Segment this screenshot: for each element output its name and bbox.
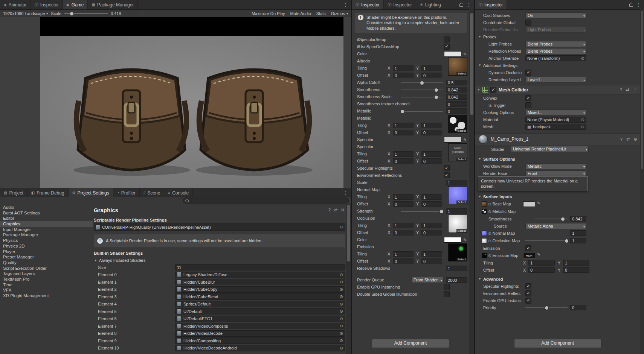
y-value-field[interactable]: 1 — [421, 223, 442, 228]
object-picker-icon[interactable]: ⊙ — [340, 309, 343, 314]
tab-inspector[interactable]: ⓘInspector — [31, 0, 63, 9]
toolbar-button-stats[interactable]: Stats — [316, 11, 326, 16]
object-picker-icon[interactable]: ⊙ — [340, 324, 343, 328]
object-picker-icon[interactable]: ⊙ — [340, 225, 343, 229]
search-input[interactable] — [183, 198, 349, 204]
shader-object-field[interactable]: Legacy Shaders/Diffuse⊙ — [175, 272, 345, 278]
object-picker-icon[interactable]: ⊙ — [581, 125, 584, 129]
settings-scrollbar[interactable] — [346, 204, 351, 354]
shader-object-field[interactable]: UI/Default⊙ — [175, 308, 345, 314]
x-value-field[interactable]: 1 — [393, 123, 414, 128]
checkbox-ifspecularsetup[interactable] — [444, 36, 450, 43]
objectfield-mesh[interactable]: ▦backpack⊙ — [525, 124, 586, 130]
sidebar-item-audio[interactable]: Audio — [0, 205, 93, 210]
sidebar-item-package-manager[interactable]: Package Manager — [0, 232, 93, 238]
y-value-field[interactable]: 0 — [421, 230, 442, 235]
y-value-field[interactable]: 1 — [421, 151, 442, 157]
select-button[interactable]: Select — [456, 258, 467, 261]
value-field[interactable]: 0.842 — [570, 216, 586, 222]
x-value-field[interactable]: 1 — [393, 65, 414, 71]
y-value-field[interactable]: 1 — [421, 194, 442, 200]
checkbox-specular-highlights[interactable]: ✓ — [444, 165, 450, 171]
tab-inspector[interactable]: ⓘInspector — [352, 0, 384, 9]
value-field[interactable]: 1 — [446, 180, 467, 185]
help-icon[interactable]: ? — [620, 88, 622, 92]
object-picker-icon[interactable]: ⊙ — [581, 56, 584, 61]
eyedropper-icon[interactable]: ✎ — [462, 238, 467, 242]
value-field[interactable]: 0.842 — [446, 94, 467, 100]
kebab-menu-icon[interactable]: ⋮ — [636, 2, 641, 8]
sidebar-item-script-execution-order[interactable]: Script Execution Order — [0, 266, 93, 271]
eyedropper-icon[interactable]: ✎ — [462, 52, 467, 56]
slider-smoothness[interactable] — [534, 216, 568, 222]
value-field[interactable]: 0 — [446, 101, 467, 107]
foldout-surface-options[interactable]: ▼Surface Options — [475, 155, 640, 163]
foldout-surface-inputs[interactable]: ▼Surface Inputs — [475, 193, 640, 200]
base-map-texture-thumb[interactable] — [482, 201, 487, 207]
sidebar-item-textmesh-pro[interactable]: TextMesh Pro — [0, 277, 93, 282]
y-value-field[interactable]: 0 — [563, 267, 589, 273]
value-field[interactable]: 2000 — [446, 277, 467, 283]
add-component-button[interactable]: Add Component — [514, 339, 601, 348]
x-value-field[interactable]: 0 — [393, 201, 414, 207]
checkbox-specular-highlights[interactable]: ✓ — [525, 283, 531, 289]
objectfield-material[interactable]: None (Physic Material)⊙ — [525, 117, 586, 123]
sidebar-item-xr-plugin-management[interactable]: XR Plugin Management — [0, 293, 93, 299]
kebab-menu-icon[interactable]: ⋮ — [343, 190, 348, 196]
checkbox-convex[interactable]: ✓ — [525, 95, 531, 101]
albedo-texture-thumb[interactable]: Select — [448, 58, 467, 76]
x-value-field[interactable]: 0 — [393, 258, 414, 264]
sidebar-item-quality[interactable]: Quality — [0, 260, 93, 266]
object-picker-icon[interactable]: ⊙ — [340, 302, 343, 307]
object-picker-icon[interactable]: ⊙ — [340, 338, 343, 343]
sidebar-item-editor[interactable]: Editor — [0, 216, 93, 221]
srp-asset-field[interactable]: CUniversalRP-HighQuality (UniversalRende… — [94, 223, 345, 231]
emission-texture-thumb[interactable]: Select — [448, 243, 467, 261]
select-button[interactable]: Select — [456, 72, 467, 75]
slider-priority[interactable] — [525, 305, 568, 310]
normal-map-texture-thumb[interactable]: Select — [448, 186, 467, 204]
color-swatch[interactable] — [444, 137, 461, 143]
shader-object-field[interactable]: UI/DefaultETC1⊙ — [175, 316, 345, 322]
lock-icon[interactable] — [459, 4, 463, 7]
hdr-color-field[interactable]: HDR — [523, 253, 535, 258]
color-swatch[interactable] — [444, 237, 461, 243]
y-value-field[interactable]: 0 — [421, 258, 442, 264]
sidebar-item-physics[interactable]: Physics — [0, 238, 93, 243]
dropdown-reflection-probes[interactable]: Blend Probes▾ — [525, 48, 586, 54]
gear-icon[interactable]: ⚙ — [341, 208, 345, 213]
eyedropper-icon[interactable]: ✎ — [462, 138, 467, 142]
material-header[interactable]: M_Camp_Props_1?⇄⚙ — [475, 133, 640, 145]
object-picker-icon[interactable]: ⊙ — [340, 272, 343, 277]
sidebar-item-vfx[interactable]: VFX — [0, 287, 93, 293]
dropdown-light-probes[interactable]: Blend Probes▾ — [525, 41, 586, 47]
tab-frame-debug[interactable]: ◧Frame Debug — [27, 188, 69, 198]
slider-thumb[interactable] — [561, 217, 565, 221]
shader-object-field[interactable]: Hidden/CubeCopy⊙ — [175, 286, 345, 293]
eyedropper-icon[interactable]: ✎ — [536, 201, 541, 205]
x-value-field[interactable]: 0 — [393, 73, 414, 78]
value-field[interactable]: 0.842 — [446, 87, 467, 93]
shader-dropdown[interactable]: Universal Render Pipeline/Lit▾ — [511, 146, 589, 152]
select-button[interactable]: Select — [456, 158, 467, 161]
tab-package-manager[interactable]: ▦Package Manager — [88, 0, 138, 9]
checkbox-enable-gpu-instanc[interactable]: ✓ — [525, 298, 531, 304]
x-value-field[interactable]: 1 — [528, 260, 555, 266]
scrollbar-thumb[interactable] — [347, 205, 350, 261]
shader-object-field[interactable]: Sprites/Default⊙ — [175, 301, 345, 307]
object-picker-icon[interactable]: ⊙ — [340, 316, 343, 321]
value-field[interactable]: 0.5 — [446, 80, 467, 85]
occlusion-texture-thumb[interactable]: Select — [448, 215, 467, 233]
sidebar-item-time[interactable]: Time — [0, 282, 93, 288]
shader-object-field[interactable]: Hidden/CubeBlur⊙ — [175, 279, 345, 285]
slider-thumb[interactable] — [70, 12, 74, 16]
x-value-field[interactable]: 0 — [393, 158, 414, 164]
object-picker-icon[interactable]: ⊙ — [488, 239, 491, 243]
tab-inspector[interactable]: ⓘInspector — [475, 0, 507, 9]
object-picker-icon[interactable]: ⊙ — [488, 231, 491, 235]
object-picker-icon[interactable]: ⊙ — [488, 202, 491, 206]
foldout-additional-settings[interactable]: ▼Additional Settings — [475, 62, 640, 69]
foldout-probes[interactable]: ▼Probes — [475, 33, 640, 40]
slider-thumb[interactable] — [565, 239, 569, 243]
checkbox-ifusespecorglossmap[interactable]: ✓ — [444, 44, 450, 50]
